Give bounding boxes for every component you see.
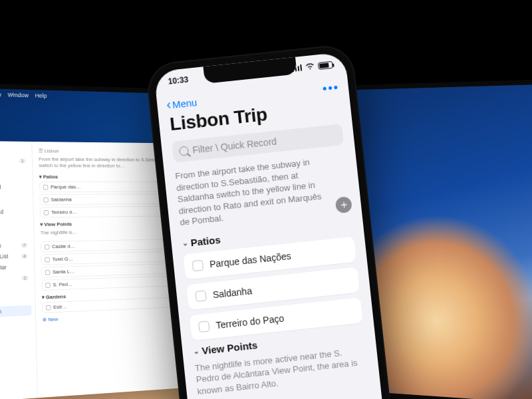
checkbox-icon[interactable] — [46, 305, 51, 310]
iphone-content: Lisbon Trip Filter \ Quick Record From t… — [158, 94, 389, 399]
sidebar-item-label: Reading List — [0, 253, 8, 260]
checkbox-icon[interactable] — [45, 269, 51, 275]
sidebar-section-header: Lists — [0, 233, 30, 239]
sidebar-item-label: Lisbon — [0, 309, 1, 316]
back-button[interactable]: ‹ Menu — [166, 95, 198, 112]
checkbox-icon[interactable] — [43, 184, 49, 190]
sidebar-item-upcoming[interactable]: 📅Upcoming — [0, 181, 29, 192]
search-placeholder: Filter \ Quick Record — [192, 136, 277, 156]
back-label: Menu — [172, 96, 198, 110]
sidebar-item-label: Upcoming — [0, 183, 1, 190]
count-badge: 4 — [21, 253, 28, 258]
count-badge: 1 — [19, 158, 26, 163]
sidebar-item-reading[interactable]: ☰Reading List4 — [0, 251, 31, 263]
chevron-down-icon: ⌄ — [182, 239, 188, 248]
menu-window[interactable]: Window — [7, 92, 29, 98]
sidebar-item-label: Completed — [0, 209, 3, 215]
section-title: View Points — [201, 339, 258, 356]
chevron-left-icon: ‹ — [166, 97, 172, 110]
status-time: 10:33 — [168, 75, 189, 86]
menu-view[interactable]: View — [0, 91, 1, 98]
checkbox-icon[interactable] — [192, 259, 204, 271]
checkbox-icon[interactable] — [45, 257, 50, 262]
search-icon — [179, 146, 189, 156]
checkbox-icon[interactable] — [195, 290, 207, 302]
checkbox-icon[interactable] — [44, 209, 49, 215]
checkbox-icon[interactable] — [45, 244, 50, 249]
task-label: Saldanha — [212, 285, 253, 300]
sidebar-item-project[interactable]: ☰Project Star — [0, 261, 31, 273]
new-list-button[interactable]: ⊕New List — [0, 333, 32, 343]
trip-note: From the airport take the subway in dire… — [175, 153, 351, 229]
section-title: Patios — [190, 233, 221, 248]
more-button[interactable]: ••• — [322, 80, 340, 95]
battery-icon — [318, 61, 333, 69]
checkbox-icon[interactable] — [45, 283, 51, 288]
sidebar-item-completed[interactable]: ✔︎Completed — [0, 207, 29, 218]
ellipsis-icon: ••• — [322, 80, 340, 94]
sidebar-item-groceries[interactable]: ☰Groceries7 — [0, 239, 30, 251]
add-button[interactable]: ＋ — [335, 196, 352, 213]
count-badge: 2 — [22, 275, 29, 280]
iphone-screen: 10:33 ‹ Menu ••• Lisb — [154, 52, 388, 399]
sidebar-item-inbox[interactable]: 📥 Inbox 1 — [0, 155, 28, 166]
plus-icon: ＋ — [337, 198, 350, 211]
sidebar-item-today[interactable]: ★Today — [0, 170, 29, 181]
checkbox-icon[interactable] — [198, 321, 210, 332]
sidebar-item-label: Groceries — [0, 242, 1, 249]
task-label: Parque das Nações — [209, 250, 291, 269]
sidebar-item-paris[interactable]: ☰Paris — [0, 316, 32, 329]
chevron-down-icon: ⌄ — [193, 346, 200, 356]
sidebar-item-label: Project Star — [0, 264, 7, 271]
task-label: Terreiro do Paço — [215, 313, 285, 331]
count-badge: 7 — [21, 243, 28, 247]
app-sidebar: 📥 Inbox 1 ★Today 📅Upcoming ⏰Overdue ✔︎Co… — [0, 141, 38, 399]
menu-help[interactable]: Help — [35, 92, 47, 99]
sidebar-item-overdue[interactable]: ⏰Overdue — [0, 192, 29, 202]
sidebar-item-deleted[interactable]: 🗑Deleted — [0, 217, 30, 229]
wifi-icon — [305, 62, 315, 72]
checkbox-icon[interactable] — [43, 197, 49, 202]
